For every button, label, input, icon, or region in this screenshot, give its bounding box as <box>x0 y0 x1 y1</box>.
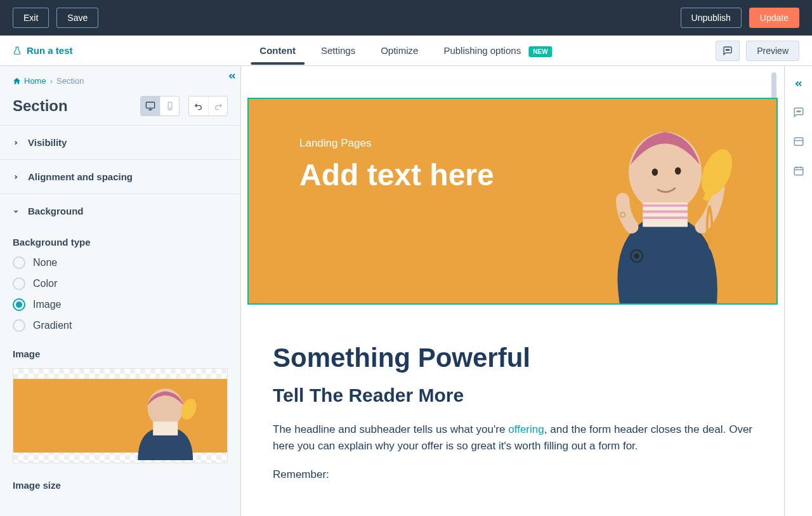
hero-person-image <box>561 105 757 303</box>
svg-point-19 <box>798 111 799 112</box>
device-toggle <box>140 96 180 116</box>
undo-button[interactable] <box>189 96 208 116</box>
chevron-right-icon <box>13 174 19 180</box>
para-text-a: The headline and subheader tells us what… <box>273 423 508 435</box>
canvas[interactable]: Landing Pages Add text here <box>241 66 784 516</box>
content-block[interactable]: Something Powerful Tell The Reader More … <box>241 305 784 516</box>
accordion-alignment-label: Alignment and spacing <box>28 171 133 182</box>
chevron-right-icon: › <box>50 76 53 86</box>
mobile-icon <box>166 102 174 110</box>
chevron-double-left-icon <box>794 79 804 89</box>
content-remember[interactable]: Remember: <box>273 466 752 483</box>
svg-point-9 <box>629 132 702 212</box>
radio-none-label: None <box>33 257 57 268</box>
mobile-toggle[interactable] <box>160 96 179 116</box>
run-test-link[interactable]: Run a test <box>13 45 73 56</box>
radio-color[interactable]: Color <box>13 277 228 290</box>
chevron-double-left-icon <box>227 71 237 81</box>
tab-publishing[interactable]: Publishing options NEW <box>443 37 552 64</box>
desktop-toggle[interactable] <box>141 96 160 116</box>
svg-rect-3 <box>146 102 154 108</box>
tab-optimize[interactable]: Optimize <box>381 37 418 64</box>
bg-type-label: Background type <box>13 237 228 248</box>
update-button[interactable]: Update <box>749 8 799 28</box>
redo-icon <box>213 102 223 111</box>
accordion-visibility-label: Visibility <box>28 137 67 148</box>
svg-point-10 <box>652 169 658 176</box>
svg-point-0 <box>726 50 727 50</box>
svg-point-11 <box>675 168 681 175</box>
collapse-rail-button[interactable] <box>794 79 804 91</box>
breadcrumb-home[interactable]: Home <box>13 76 46 86</box>
desktop-icon <box>145 101 155 111</box>
rail-comments-button[interactable] <box>793 107 804 121</box>
layout-icon <box>793 136 804 147</box>
person-thumbnail-icon <box>103 379 227 460</box>
svg-point-5 <box>169 108 170 109</box>
svg-rect-7 <box>153 421 178 435</box>
accordion-background[interactable]: Background <box>0 194 240 228</box>
new-badge: NEW <box>528 46 552 57</box>
top-bar: Exit Save Unpublish Update <box>0 0 812 36</box>
exit-button[interactable]: Exit <box>13 8 49 28</box>
collapse-sidebar-button[interactable] <box>227 71 237 84</box>
left-sidebar: Home › Section Section <box>0 66 241 516</box>
rail-layout-button[interactable] <box>793 136 804 150</box>
preview-button[interactable]: Preview <box>746 41 799 61</box>
right-rail <box>784 66 812 516</box>
tab-content[interactable]: Content <box>259 37 296 64</box>
hero-section[interactable]: Landing Pages Add text here <box>247 98 778 305</box>
accordion-visibility[interactable]: Visibility <box>0 126 240 160</box>
image-size-label: Image size <box>13 480 228 491</box>
home-icon <box>13 77 21 85</box>
comment-button[interactable] <box>716 41 740 61</box>
svg-point-2 <box>729 50 730 50</box>
chevron-right-icon <box>13 140 19 146</box>
tab-settings[interactable]: Settings <box>321 37 355 64</box>
flask-icon <box>13 46 22 55</box>
main-tabs: Content Settings Optimize Publishing opt… <box>259 37 552 64</box>
background-panel: Background type None Color Image Gradien… <box>0 228 240 508</box>
svg-rect-21 <box>794 138 803 145</box>
image-label: Image <box>13 348 228 359</box>
redo-button[interactable] <box>208 96 227 116</box>
radio-color-label: Color <box>33 278 57 289</box>
comment-icon <box>793 107 804 118</box>
undo-icon <box>194 102 204 111</box>
rail-calendar-button[interactable] <box>793 165 804 179</box>
svg-point-17 <box>634 254 639 259</box>
breadcrumb-home-label: Home <box>24 76 46 86</box>
section-title: Section <box>13 97 68 115</box>
chevron-down-icon <box>13 208 19 215</box>
tab-publishing-label: Publishing options <box>443 45 521 56</box>
radio-none[interactable]: None <box>13 256 228 269</box>
accordion-alignment[interactable]: Alignment and spacing <box>0 160 240 194</box>
content-h3[interactable]: Tell The Reader More <box>273 385 752 406</box>
radio-image[interactable]: Image <box>13 298 228 311</box>
sub-bar: Run a test Content Settings Optimize Pub… <box>0 36 812 66</box>
svg-point-13 <box>695 145 738 200</box>
offering-link[interactable]: offering <box>508 423 544 435</box>
main-area: Home › Section Section <box>0 66 812 516</box>
radio-gradient[interactable]: Gradient <box>13 319 228 332</box>
accordion-background-label: Background <box>28 206 84 216</box>
svg-point-20 <box>799 111 801 112</box>
undo-redo-group <box>188 96 228 116</box>
breadcrumb-current: Section <box>56 76 84 86</box>
calendar-icon <box>793 165 804 176</box>
svg-point-18 <box>797 111 798 112</box>
comment-icon <box>723 46 733 56</box>
radio-image-label: Image <box>33 299 61 310</box>
run-test-label: Run a test <box>27 45 73 56</box>
radio-gradient-label: Gradient <box>33 320 72 331</box>
content-paragraph[interactable]: The headline and subheader tells us what… <box>273 421 752 454</box>
save-button[interactable]: Save <box>56 8 98 28</box>
content-h2[interactable]: Something Powerful <box>273 343 752 373</box>
unpublish-button[interactable]: Unpublish <box>681 8 742 28</box>
svg-rect-22 <box>794 168 803 175</box>
svg-point-1 <box>728 50 728 50</box>
image-preview[interactable] <box>13 368 228 463</box>
breadcrumb: Home › Section <box>0 66 240 96</box>
